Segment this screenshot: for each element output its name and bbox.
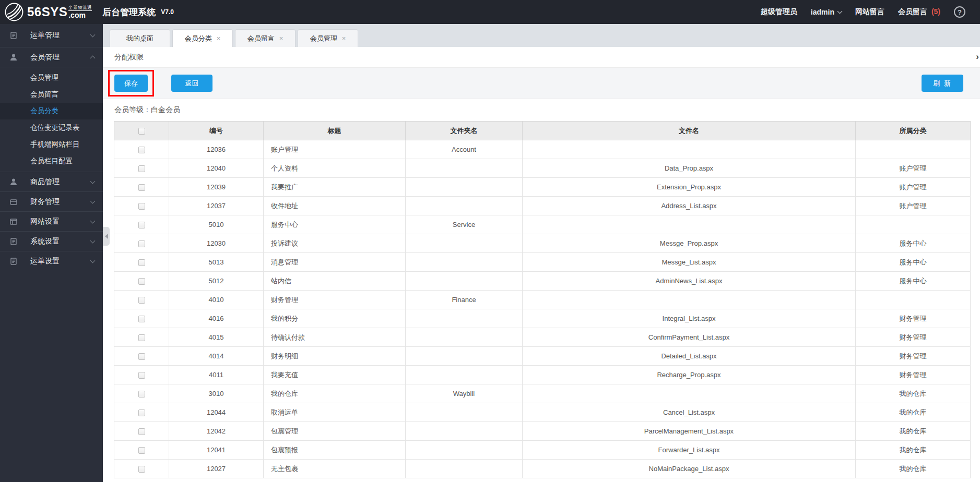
chevron-down-icon: [90, 32, 96, 38]
sidebar-item-waybill-mgmt[interactable]: 运单管理: [0, 24, 103, 47]
cell-title: 待确认付款: [264, 328, 406, 347]
row-checkbox[interactable]: [138, 278, 145, 285]
back-button[interactable]: 返回: [171, 75, 212, 92]
row-checkbox[interactable]: [138, 240, 145, 247]
cell-folder: [406, 366, 523, 384]
row-checkbox[interactable]: [138, 147, 145, 153]
panel-collapse-icon[interactable]: ›: [975, 52, 980, 62]
cell-title: 财务明细: [264, 347, 406, 366]
cell-checkbox: [114, 384, 169, 403]
permissions-table-wrap: 编号 标题 文件夹名 文件名 所属分类 12036 账户管理 Ac: [114, 121, 970, 478]
row-checkbox[interactable]: [138, 353, 145, 360]
cell-checkbox: [114, 272, 169, 291]
logo-swoosh-icon: [4, 2, 24, 22]
sidebar-item-label: 系统设置: [30, 237, 91, 246]
person-icon: [9, 178, 18, 186]
row-checkbox[interactable]: [138, 184, 145, 191]
sidebar-submenu: 会员管理 会员留言 会员分类 仓位变更记录表 手机端网站栏目 会员栏目配置: [0, 67, 103, 172]
table-row: 5012 站内信 AdminNews_List.aspx 服务中心: [114, 272, 971, 291]
cell-checkbox: [114, 159, 169, 178]
chevron-down-icon: [90, 178, 96, 184]
sidebar-collapse-handle[interactable]: [103, 227, 110, 246]
panel-header: 分配权限 ›: [103, 47, 980, 68]
sidebar-subitem-member-messages[interactable]: 会员留言: [0, 86, 103, 103]
cell-category: 财务管理: [856, 309, 971, 328]
table-header-row: 编号 标题 文件夹名 文件名 所属分类: [114, 122, 971, 140]
row-checkbox[interactable]: [138, 334, 145, 341]
cell-category: 账户管理: [856, 159, 971, 178]
cell-file: Extension_Prop.aspx: [523, 178, 856, 197]
sidebar-subitem-member-category[interactable]: 会员分类: [0, 103, 103, 119]
cell-folder: [406, 178, 523, 197]
cell-id: 5013: [169, 253, 264, 272]
sidebar-item-product-mgmt[interactable]: 商品管理: [0, 172, 103, 191]
card-icon: [9, 198, 18, 206]
cell-title: 我的仓库: [264, 384, 406, 403]
document-icon: [9, 237, 18, 246]
cell-title: 投诉建议: [264, 234, 406, 253]
help-icon[interactable]: ?: [954, 6, 965, 18]
row-checkbox[interactable]: [138, 165, 145, 172]
row-checkbox[interactable]: [138, 203, 145, 210]
table-row: 4015 待确认付款 ConfirmPayment_List.aspx 财务管理: [114, 328, 971, 347]
sidebar-item-system-settings[interactable]: 系统设置: [0, 231, 103, 251]
sidebar-item-waybill-settings[interactable]: 运单设置: [0, 251, 103, 271]
user-menu[interactable]: iadmin: [811, 8, 842, 16]
close-icon[interactable]: ×: [279, 35, 284, 42]
cell-category: 服务中心: [856, 272, 971, 291]
cell-title: 账户管理: [264, 140, 406, 159]
cell-title: 我的积分: [264, 309, 406, 328]
sidebar-subitem-member-column-config[interactable]: 会员栏目配置: [0, 153, 103, 170]
row-checkbox[interactable]: [138, 466, 145, 473]
refresh-button[interactable]: 刷 新: [922, 75, 963, 92]
window-icon: [9, 218, 18, 226]
save-button[interactable]: 保存: [114, 75, 148, 92]
cell-file: Data_Prop.aspx: [523, 159, 856, 178]
member-messages-link[interactable]: 会员留言 (5): [898, 7, 940, 17]
sidebar-subitem-bin-change-log[interactable]: 仓位变更记录表: [0, 119, 103, 136]
row-checkbox[interactable]: [138, 409, 145, 416]
row-checkbox[interactable]: [138, 447, 145, 454]
tab-member-category[interactable]: 会员分类 ×: [172, 29, 233, 47]
logo-text: 56SYS: [27, 5, 67, 19]
row-checkbox[interactable]: [138, 372, 145, 379]
row-checkbox[interactable]: [138, 222, 145, 228]
row-checkbox[interactable]: [138, 259, 145, 266]
sidebar-subitem-member-mgmt[interactable]: 会员管理: [0, 69, 103, 86]
close-icon[interactable]: ×: [342, 35, 346, 42]
cell-id: 5012: [169, 272, 264, 291]
row-checkbox[interactable]: [138, 297, 145, 304]
cell-folder: Waybill: [406, 384, 523, 403]
cell-file: Integral_List.aspx: [523, 309, 856, 328]
cell-id: 4014: [169, 347, 264, 366]
sidebar-subitem-mobile-site-columns[interactable]: 手机端网站栏目: [0, 136, 103, 153]
cell-category: [856, 215, 971, 234]
table-row: 4010 财务管理 Finance: [114, 291, 971, 309]
logo-sub: 全景物流通 .com: [68, 6, 92, 19]
table-row: 12036 账户管理 Account: [114, 140, 971, 159]
top-bar: 56SYS 全景物流通 .com 后台管理系统 V7.0 超级管理员 iadmi…: [0, 0, 980, 24]
chevron-down-icon: [90, 238, 96, 243]
select-all-checkbox[interactable]: [138, 128, 145, 135]
close-icon[interactable]: ×: [217, 35, 221, 42]
tab-member-mgmt[interactable]: 会员管理 ×: [298, 29, 358, 47]
tab-my-desktop[interactable]: 我的桌面: [110, 29, 170, 47]
cell-file: [523, 140, 856, 159]
cell-folder: [406, 347, 523, 366]
tab-member-messages[interactable]: 会员留言 ×: [235, 29, 296, 47]
cell-folder: [406, 422, 523, 441]
member-level-label: 会员等级：白金会员: [103, 99, 980, 121]
sidebar-item-member-mgmt[interactable]: 会员管理: [0, 47, 103, 67]
row-checkbox[interactable]: [138, 428, 145, 435]
site-messages-link[interactable]: 网站留言: [855, 7, 884, 17]
sidebar-item-label: 商品管理: [30, 177, 91, 187]
main-content: 我的桌面 会员分类 × 会员留言 × 会员管理 × 分配权限 › 保存 返回: [103, 24, 980, 482]
cell-checkbox: [114, 441, 169, 460]
sidebar-item-label: 会员管理: [30, 53, 91, 62]
sidebar-item-finance-mgmt[interactable]: 财务管理: [0, 191, 103, 211]
cell-checkbox: [114, 309, 169, 328]
row-checkbox[interactable]: [138, 316, 145, 322]
sidebar-item-site-settings[interactable]: 网站设置: [0, 211, 103, 231]
row-checkbox[interactable]: [138, 391, 145, 397]
cell-category: 我的仓库: [856, 403, 971, 422]
